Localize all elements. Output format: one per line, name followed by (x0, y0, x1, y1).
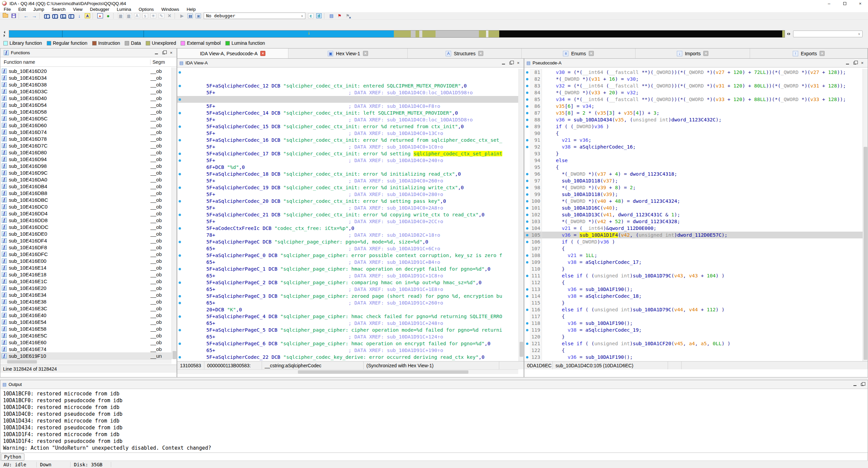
pseudocode-line[interactable]: 109 v38 = aSqlcipherCodec_17; (524, 259, 863, 266)
pseudocode-line[interactable]: 105 v36 = sub_10DA1D1F4(v42, (unsigned i… (524, 232, 863, 238)
disasm-line[interactable]: 5F+aSqlcipherPageC_2 DCB "sqlcipher_page… (177, 266, 518, 272)
function-row[interactable]: f sub_10E416E40 __ob (0, 312, 171, 318)
disasm-line[interactable]: 65+; DATA XREF: sub_10DA1D91C+260↑o (177, 286, 518, 293)
scrollbar-thumb[interactable] (7, 360, 37, 364)
make-code-button[interactable]: ▦ (117, 13, 124, 19)
problems-list-button[interactable]: ▲ (96, 13, 104, 19)
disasm-line[interactable]: 5F+aCodecCtxFreeIc DCB "codec_ctx_free: … (177, 211, 518, 218)
function-row[interactable]: f sub_10E416D58 __ob (0, 108, 171, 115)
toolbar-button[interactable] (93, 13, 95, 19)
pseudocode-line[interactable]: 117 { (524, 313, 863, 320)
pseudocode-line[interactable]: 82 *(_DWORD *)(v31 + 16) = v30; (524, 76, 863, 82)
pseudocode-line[interactable]: 97 sub_10DA1D118(v37); (524, 177, 863, 184)
disasm-line[interactable]: 5F+; DATA XREF: sub_10DA1DC00+34↑o (177, 347, 518, 354)
disasm-line[interactable]: 65+; DATA XREF: sub_10DA1D91C+190↑o (177, 333, 518, 340)
pseudocode-line[interactable]: 83 v32 = (*(__int64 (__fastcall **)(_QWO… (524, 82, 863, 89)
pseudocode-line[interactable]: 116 else if ( (unsigned int)sub_10DA1D79… (524, 306, 863, 313)
remove-bookmark-button[interactable]: ⚑✕ (344, 13, 351, 19)
function-row[interactable]: f sub_10E416D38 __ob (0, 81, 171, 88)
pseudocode-line[interactable]: 107 { (524, 245, 863, 252)
pseudocode-line[interactable]: 94 else (524, 157, 863, 164)
pseudocode-line[interactable]: 92 v38 = aSqlcipherCodec_16; (524, 143, 863, 150)
pseudocode-line[interactable]: 88 v36 = sub_10DA1D434(v35, (unsigned in… (524, 116, 863, 123)
search-next-button[interactable] (67, 13, 75, 19)
window-minimize-button[interactable]: – (821, 0, 837, 7)
function-row[interactable]: f sub_10E416E34 __ob (0, 291, 171, 298)
debug-stop-button[interactable]: ▣ (195, 13, 202, 19)
panel-float-button[interactable] (160, 50, 167, 56)
tab-close-button[interactable]: × (260, 51, 265, 56)
function-row[interactable]: f sub_10E416D9C __ob (0, 169, 171, 176)
pseudocode-line[interactable]: 119 v38 = aSqlcipherCodec_19; (524, 327, 863, 333)
jump-address-button[interactable]: ↓ (76, 13, 83, 19)
window-maximize-button[interactable] (837, 0, 852, 7)
function-row[interactable]: f sub_10E416E58 __ob (0, 325, 171, 332)
menu-item[interactable]: Jump (29, 7, 48, 12)
make-data-button[interactable]: ▩ (125, 13, 133, 19)
function-row[interactable]: f sub_10E416E38 __ob (0, 298, 171, 305)
search-value-button[interactable]: 101 (59, 13, 67, 19)
pseudocode-line[interactable]: 81 v30 = (*(__int64 (__fastcall **)(_QWO… (524, 69, 863, 76)
band-right-arrow-right-icon[interactable] (789, 33, 790, 35)
disasm-line[interactable]: 5F+; DATA XREF: sub_10DA1D4C0+2A8↑o (177, 191, 518, 198)
disasm-line[interactable]: 5F+aSqlcipherCodec_23 DCB "sqlcipher_cod… (177, 354, 518, 360)
menu-item[interactable]: Lumina (113, 7, 135, 12)
pseudocode-line[interactable]: 120 } (524, 333, 863, 340)
disasm-line[interactable]: 5F+; DATA XREF: sub_10DA1D4C0+280↑o (177, 177, 518, 184)
disasm-horizontal-scrollbar[interactable] (177, 369, 518, 374)
functions-vertical-scrollbar[interactable] (171, 67, 177, 359)
view-tab[interactable]: IDA View-A, Pseudocode-A × (177, 48, 288, 58)
function-row[interactable]: f sub_10E619F10 __un (0, 352, 171, 359)
pseudocode-line[interactable]: 89 if ( (_DWORD)v36 ) (524, 123, 863, 130)
pseudocode-line[interactable]: 93 } (524, 150, 863, 157)
menu-item[interactable]: Search (48, 7, 69, 12)
pseudocode-line[interactable]: 123 v36 = sub_10DA1F190(); (524, 354, 863, 360)
disasm-line[interactable]: 5F+; DATA XREF: sub_10DA1D4C0:loc_10DA1D… (177, 76, 518, 82)
disasm-line[interactable]: 5F+aSqlcipherCodec_19 DCB "sqlcipher_cod… (177, 171, 518, 177)
pseudocode-line[interactable]: 100 *(_DWORD *)(v40 + 48) = dword_1123C4… (524, 198, 863, 204)
scrollbar-thumb[interactable] (520, 342, 523, 357)
disasm-line[interactable]: 65+; DATA XREF: sub_10DA1D91C+248↑o (177, 306, 518, 313)
function-row[interactable]: f sub_10E416DC0 __ob (0, 203, 171, 210)
band-scroll-arrows[interactable] (0, 31, 9, 37)
pseudocode-line[interactable]: 122 { (524, 347, 863, 354)
function-row[interactable]: f sub_10E416DFC __ob (0, 251, 171, 257)
disasm-line[interactable]: 5F+; DATA XREF: sub_10DA1D4C0+240↑o (177, 143, 518, 150)
disasm-vertical-scrollbar[interactable] (519, 69, 524, 361)
function-row[interactable]: f sub_10E416DB8 __ob (0, 190, 171, 196)
make-struct-button[interactable]: s (141, 13, 149, 19)
debugger-select[interactable]: No debugger ∨ (204, 13, 305, 19)
panel-float-button[interactable] (507, 60, 514, 66)
function-row[interactable]: f sub_10E416E74 __ob (0, 346, 171, 352)
panel-float-button[interactable] (851, 60, 858, 66)
pseudocode-line[interactable]: 108 v21 = 1LL; (524, 252, 863, 259)
column-header-function-name[interactable]: Function name (0, 59, 150, 65)
save-button[interactable] (10, 13, 17, 19)
disasm-line[interactable]: 65+; DATA XREF: sub_10DA1D91C+1E8↑o (177, 272, 518, 279)
function-row[interactable]: f sub_10E416DD4 __ob (0, 210, 171, 217)
menu-item[interactable]: View (69, 7, 86, 12)
disasm-line[interactable]: 5F+; DATA XREF: sub_10DA1D4C0+2CC↑o (177, 204, 518, 211)
disasm-line[interactable]: 5F+aSqlcipherCodec_22 DCB "sqlcipher_cod… (177, 340, 518, 347)
nav-back-button[interactable]: ← (22, 13, 30, 19)
pseudocode-line[interactable]: 103 *(_DWORD *)(v42 + 52) = dword_1123C4… (524, 218, 863, 225)
function-row[interactable]: f sub_10E416E54 __ob (0, 318, 171, 325)
panel-float-button[interactable] (859, 382, 866, 387)
disasm-line[interactable]: 5F+aSqlcipherPageC_6 DCB "sqlcipher_page… (177, 327, 518, 333)
navband-zoom-select[interactable]: ∨ (793, 31, 863, 37)
function-row[interactable]: f sub_10E416D34 __ob (0, 74, 171, 81)
disasm-line[interactable]: 5F+aSqlcipherCodec_18 DCB "sqlcipher_cod… (177, 157, 518, 164)
pseudocode-line[interactable]: 111 else if ( (unsigned int)sub_10DA1D79… (524, 272, 863, 279)
functions-list-header[interactable]: Function name Segm (0, 57, 177, 67)
search-binary-button[interactable]: # (43, 13, 51, 19)
function-row[interactable]: f sub_10E416D60 __ob (0, 122, 171, 129)
tab-close-button[interactable]: × (589, 51, 594, 56)
toolbar-button[interactable] (39, 13, 42, 19)
disasm-line[interactable]: 5F+; DATA XREF: sub_10DA1D4C0+13C↑o (177, 116, 518, 123)
analysis-indicator-button[interactable]: ● (104, 13, 112, 19)
disasm-line[interactable]: 5F+; DATA XREF: sub_10DA1D4C0+260↑o (177, 164, 518, 171)
function-row[interactable]: f sub_10E416D40 __ob (0, 95, 171, 101)
tab-close-button[interactable]: × (703, 51, 708, 56)
toolbar-button[interactable] (324, 13, 326, 19)
disasm-line[interactable]: 5F+aSqlcipherPageC_4 DCB "sqlcipher_page… (177, 299, 518, 306)
